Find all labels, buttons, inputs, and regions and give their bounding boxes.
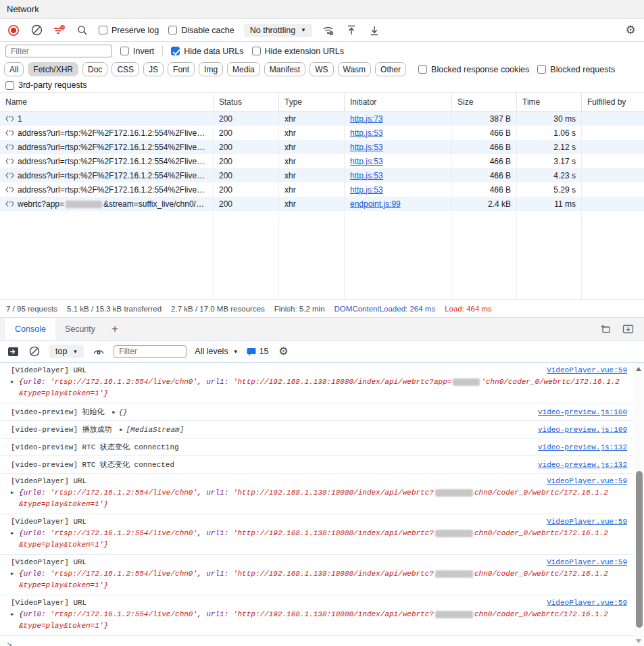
request-time: 11 ms <box>517 197 582 211</box>
filter-chip-js[interactable]: JS <box>143 62 164 76</box>
source-link[interactable]: VideoPlayer.vue:59 <box>547 477 627 485</box>
filter-chip-css[interactable]: CSS <box>112 62 139 76</box>
column-header-name[interactable]: Name <box>0 93 214 111</box>
table-row[interactable]: webrtc?app=&stream=suffix_live/chn0/code… <box>0 197 644 211</box>
third-party-requests-checkbox[interactable]: 3rd-party requests <box>5 80 86 90</box>
xhr-request-icon <box>5 129 14 136</box>
blocked-requests-checkbox[interactable]: Blocked requests <box>537 65 615 74</box>
expand-triangle-icon[interactable]: ▶ <box>11 490 14 495</box>
table-row[interactable]: address?url=rtsp:%2F%2F172.16.1.2:554%2F… <box>0 140 644 154</box>
object-preview-row: ▶{url0: 'rtsp://172.16.1.2:554/live/chn0… <box>11 568 627 591</box>
disable-cache-checkbox[interactable]: Disable cache <box>168 26 234 35</box>
filter-chip-img[interactable]: Img <box>199 62 223 76</box>
filter-chip-other[interactable]: Other <box>375 62 406 76</box>
table-row[interactable]: address?url=rtsp:%2F%2F172.16.1.2:554%2F… <box>0 126 644 140</box>
initiator-link[interactable]: http.js:53 <box>350 128 383 138</box>
request-name-cell: address?url=rtsp:%2F%2F172.16.1.2:554%2F… <box>0 154 214 168</box>
expand-triangle-icon[interactable]: ▶ <box>112 409 115 415</box>
add-tab-button[interactable]: + <box>105 318 125 340</box>
initiator-link[interactable]: http.js:53 <box>350 185 383 195</box>
filter-chip-fetch-xhr[interactable]: Fetch/XHR <box>28 62 78 76</box>
live-expression-eye-icon[interactable] <box>92 345 105 358</box>
table-header[interactable]: NameStatusTypeInitiatorSizeTimeFulfilled… <box>0 93 644 111</box>
context-selector-dropdown[interactable]: top ▼ <box>49 345 84 358</box>
column-header-status[interactable]: Status <box>214 93 279 111</box>
table-row[interactable]: 1200xhrhttp.js:73387 B30 ms <box>0 111 644 126</box>
prompt-chevron-icon: > <box>7 641 12 646</box>
filter-chip-font[interactable]: Font <box>168 62 195 76</box>
filter-chip-manifest[interactable]: Manifest <box>264 62 305 76</box>
column-header-type[interactable]: Type <box>279 93 345 111</box>
source-link[interactable]: VideoPlayer.vue:59 <box>547 558 627 566</box>
initiator-link[interactable]: http.js:53 <box>350 143 383 152</box>
table-row[interactable]: address?url=rtsp:%2F%2F172.16.1.2:554%2F… <box>0 154 644 168</box>
initiator-link[interactable]: http.js:53 <box>350 157 383 166</box>
expand-triangle-icon[interactable]: ▶ <box>11 571 14 576</box>
console-filter-input[interactable] <box>114 345 187 358</box>
preview-segment: 'rtsp://172.16.1.2:554/live/chn0' <box>50 378 197 386</box>
clear-console-icon[interactable] <box>28 345 41 358</box>
console-scrollbar[interactable] <box>634 363 644 646</box>
hide-extension-urls-checkbox[interactable]: Hide extension URLs <box>252 47 344 56</box>
filter-chip-doc[interactable]: Doc <box>82 62 107 76</box>
network-settings-gear-icon[interactable]: ⚙ <box>624 24 637 37</box>
source-link[interactable]: video-preview.js:132 <box>538 461 627 469</box>
request-status: 200 <box>214 126 279 140</box>
column-header-initiator[interactable]: Initiator <box>345 93 452 111</box>
table-row[interactable]: address?url=rtsp:%2F%2F172.16.1.2:554%2F… <box>0 182 644 197</box>
move-tab-icon[interactable] <box>598 322 612 336</box>
blocked-response-cookies-checkbox[interactable]: Blocked response cookies <box>418 65 529 74</box>
filter-chip-all[interactable]: All <box>4 62 24 76</box>
filter-chip-media[interactable]: Media <box>227 62 260 76</box>
expand-triangle-icon[interactable]: ▶ <box>11 379 14 384</box>
column-header-fulfilled-by[interactable]: Fulfilled by <box>582 93 644 111</box>
scroll-down-arrow-icon[interactable] <box>636 639 641 643</box>
hide-data-urls-checkbox[interactable]: Hide data URLs <box>171 47 243 56</box>
issues-counter[interactable]: 15 <box>247 347 269 356</box>
network-filter-icon[interactable] <box>53 24 66 37</box>
source-link[interactable]: VideoPlayer.vue:59 <box>547 599 627 607</box>
expand-triangle-icon[interactable]: ▶ <box>11 612 14 617</box>
scroll-up-arrow-icon[interactable] <box>636 367 641 371</box>
source-link[interactable]: VideoPlayer.vue:59 <box>547 366 627 374</box>
initiator-link[interactable]: http.js:73 <box>350 114 383 124</box>
request-time: 5.29 s <box>517 182 582 197</box>
source-link[interactable]: video-preview.js:160 <box>538 408 627 416</box>
redacted-text <box>66 201 102 208</box>
initiator-link[interactable]: http.js:53 <box>350 171 383 180</box>
initiator-link[interactable]: endpoint.js:99 <box>350 199 401 209</box>
object-preview: {url0: 'rtsp://172.16.1.2:554/live/chn0'… <box>19 610 608 630</box>
column-header-time[interactable]: Time <box>517 93 582 111</box>
network-conditions-icon[interactable] <box>322 24 335 37</box>
invert-checkbox[interactable]: Invert <box>120 47 154 56</box>
scrollbar-thumb[interactable] <box>636 471 643 628</box>
tab-security[interactable]: Security <box>55 318 105 340</box>
network-filter-input[interactable] <box>5 45 112 57</box>
expand-triangle-icon[interactable]: ▶ <box>120 427 122 432</box>
record-icon[interactable] <box>7 24 20 37</box>
source-link[interactable]: video-preview.js:109 <box>538 426 627 434</box>
import-har-icon[interactable] <box>345 24 358 37</box>
source-link[interactable]: video-preview.js:132 <box>538 443 627 451</box>
console-message: [VideoPlayer] URLVideoPlayer.vue:59▶{url… <box>0 595 634 636</box>
message-text: [video-preview] 初始化 ▶{} <box>11 407 538 417</box>
log-levels-dropdown[interactable]: All levels ▼ <box>195 347 238 356</box>
console-prompt[interactable]: > <box>0 636 634 646</box>
console-settings-gear-icon[interactable]: ⚙ <box>276 345 290 358</box>
clear-network-icon[interactable] <box>30 24 43 37</box>
throttling-dropdown[interactable]: No throttling ▼ <box>244 24 312 37</box>
request-size: 466 B <box>452 182 517 197</box>
filter-chip-wasm[interactable]: Wasm <box>338 62 372 76</box>
collapse-drawer-icon[interactable] <box>621 322 635 336</box>
column-header-size[interactable]: Size <box>452 93 517 111</box>
expand-triangle-icon[interactable]: ▶ <box>11 530 14 536</box>
search-icon[interactable] <box>76 24 89 37</box>
preserve-log-checkbox[interactable]: Preserve log <box>99 26 159 35</box>
console-sidebar-icon[interactable] <box>6 345 20 358</box>
tab-console[interactable]: Console <box>5 318 55 340</box>
preview-segment: 'http://192.168.1.138:18080/index/api/we… <box>233 610 434 618</box>
export-har-icon[interactable] <box>368 24 381 37</box>
source-link[interactable]: VideoPlayer.vue:59 <box>547 518 627 526</box>
filter-chip-ws[interactable]: WS <box>309 62 333 76</box>
table-row[interactable]: address?url=rtsp:%2F%2F172.16.1.2:554%2F… <box>0 168 644 182</box>
